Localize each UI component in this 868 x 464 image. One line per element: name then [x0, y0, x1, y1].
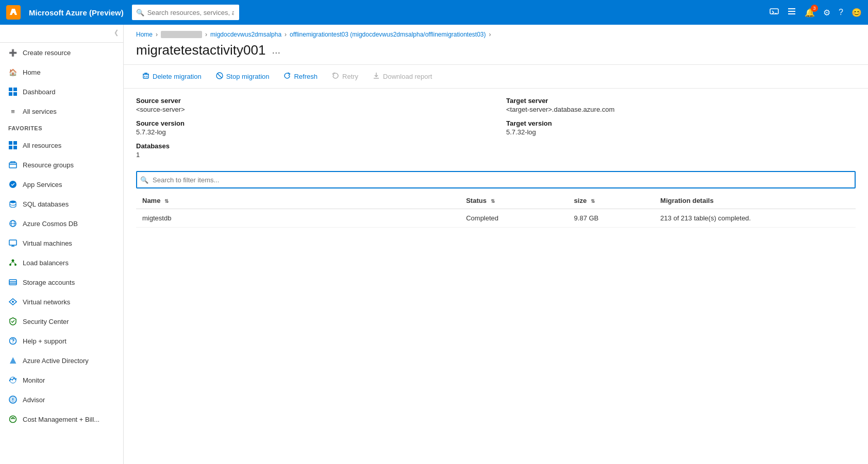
sidebar-label-azure-ad: Azure Active Directory — [23, 357, 89, 365]
help-icon[interactable]: ? — [839, 8, 843, 17]
sidebar-item-virtual-machines[interactable]: Virtual machines — [0, 233, 123, 253]
refresh-button[interactable]: Refresh — [277, 69, 324, 84]
sql-databases-icon — [8, 199, 18, 209]
breadcrumb-sep-2: › — [205, 31, 207, 38]
svg-rect-7 — [9, 92, 12, 96]
storage-accounts-icon — [8, 278, 18, 287]
stop-migration-button[interactable]: Stop migration — [210, 69, 276, 84]
svg-point-15 — [10, 201, 16, 203]
col-header-name[interactable]: Name ⇅ — [136, 193, 460, 209]
page-more-button[interactable]: ... — [272, 44, 280, 56]
databases-block: Databases 1 — [136, 142, 486, 159]
sidebar-item-monitor[interactable]: Monitor — [0, 370, 123, 390]
sort-icon-name: ⇅ — [164, 198, 169, 204]
cloud-shell-icon[interactable] — [770, 7, 779, 18]
app-title: Microsoft Azure (Preview) — [29, 8, 124, 17]
virtual-networks-icon — [8, 297, 18, 306]
sidebar-label-dashboard: Dashboard — [23, 88, 56, 96]
delete-migration-button[interactable]: Delete migration — [136, 69, 208, 84]
svg-line-44 — [218, 74, 222, 78]
source-version-label: Source version — [136, 119, 486, 127]
portal-menu-icon[interactable] — [787, 7, 796, 18]
sidebar: 《 ➕ Create resource 🏠 Home Dashboard ≡ A… — [0, 25, 124, 464]
breadcrumb-home[interactable]: Home — [136, 31, 153, 38]
sidebar-label-advisor: Advisor — [23, 396, 45, 404]
svg-rect-8 — [13, 92, 17, 96]
stop-icon — [216, 72, 223, 81]
delete-migration-label: Delete migration — [153, 73, 202, 80]
sidebar-item-advisor[interactable]: Advisor — [0, 390, 123, 409]
source-version-block: Source version 5.7.32-log — [136, 119, 486, 136]
retry-icon — [332, 72, 339, 81]
filter-input[interactable] — [136, 171, 856, 188]
breadcrumb-migdoc[interactable]: migdocdevwus2dmsalpha — [210, 31, 281, 38]
sidebar-label-help-support: Help + support — [23, 337, 66, 345]
cosmos-db-icon — [8, 219, 18, 228]
sidebar-label-monitor: Monitor — [23, 376, 45, 384]
topnav-icons: 🔔 3 ⚙ ? 😊 — [770, 7, 862, 18]
sidebar-item-azure-ad[interactable]: Azure Active Directory — [0, 351, 123, 370]
sidebar-item-sql-databases[interactable]: SQL databases — [0, 194, 123, 214]
table-row[interactable]: migtestdb Completed 9.87 GB 213 of 213 t… — [136, 209, 856, 228]
sort-icon-size: ⇅ — [591, 198, 595, 204]
target-version-value: 5.7.32-log — [506, 128, 856, 136]
svg-rect-12 — [13, 146, 17, 149]
user-avatar[interactable]: 😊 — [852, 8, 862, 18]
all-services-icon: ≡ — [8, 107, 18, 116]
settings-icon[interactable]: ⚙ — [823, 8, 830, 18]
sidebar-item-load-balancers[interactable]: Load balancers — [0, 253, 123, 272]
sidebar-item-virtual-networks[interactable]: Virtual networks — [0, 292, 123, 312]
sidebar-label-cost-management: Cost Management + Bill... — [23, 416, 99, 423]
svg-point-30 — [12, 301, 14, 303]
favorites-label: FAVORITES — [0, 121, 123, 135]
sidebar-item-resource-groups[interactable]: Resource groups — [0, 155, 123, 175]
svg-point-33 — [10, 377, 16, 383]
breadcrumb-sep-3: › — [285, 31, 287, 38]
sidebar-item-dashboard[interactable]: Dashboard — [0, 82, 123, 101]
breadcrumb-sep-4: › — [489, 31, 491, 38]
target-server-value: <target-server>.database.azure.com — [506, 106, 856, 113]
sidebar-item-app-services[interactable]: App Services — [0, 175, 123, 194]
sidebar-item-all-resources[interactable]: All resources — [0, 135, 123, 155]
notifications-icon[interactable]: 🔔 3 — [805, 8, 815, 18]
refresh-label: Refresh — [294, 73, 318, 80]
target-version-label: Target version — [506, 119, 856, 127]
sidebar-item-storage-accounts[interactable]: Storage accounts — [0, 272, 123, 292]
sidebar-item-help-support[interactable]: Help + support — [0, 331, 123, 351]
global-search-input[interactable] — [132, 5, 239, 20]
col-header-size[interactable]: size ⇅ — [568, 193, 655, 209]
sidebar-collapse-btn[interactable]: 《 — [111, 29, 118, 38]
svg-rect-3 — [788, 11, 795, 12]
load-balancers-icon — [8, 258, 18, 267]
download-report-button[interactable]: Download report — [366, 69, 438, 84]
filter-wrap: 🔍 — [136, 171, 856, 188]
sidebar-item-all-services[interactable]: ≡ All services — [0, 101, 123, 121]
sidebar-label-resource-groups: Resource groups — [23, 161, 74, 169]
svg-point-36 — [12, 401, 13, 401]
sidebar-item-security-center[interactable]: Security Center — [0, 312, 123, 331]
refresh-icon — [283, 72, 291, 81]
svg-rect-11 — [9, 146, 12, 149]
sidebar-label-storage-accounts: Storage accounts — [23, 279, 75, 286]
sidebar-item-create-resource[interactable]: ➕ Create resource — [0, 43, 123, 62]
notification-badge: 3 — [811, 5, 818, 12]
databases-label: Databases — [136, 142, 486, 150]
content-area: Home › › migdocdevwus2dmsalpha › offline… — [124, 25, 868, 464]
breadcrumb-offlinemig[interactable]: offlinemigrationtest03 (migdocdevwus2dms… — [290, 31, 486, 38]
stop-migration-label: Stop migration — [226, 73, 270, 80]
svg-point-22 — [12, 260, 14, 262]
help-support-icon — [8, 336, 18, 346]
cell-status: Completed — [460, 209, 567, 228]
retry-button[interactable]: Retry — [326, 69, 364, 84]
breadcrumb-sep-1: › — [156, 31, 158, 38]
sidebar-item-cosmos-db[interactable]: Azure Cosmos DB — [0, 214, 123, 233]
table-wrap: Name ⇅ Status ⇅ size ⇅ Migration detai — [124, 193, 868, 228]
col-header-status[interactable]: Status ⇅ — [460, 193, 567, 209]
sidebar-item-cost-management[interactable]: Cost Management + Bill... — [0, 409, 123, 429]
cost-management-icon — [8, 415, 18, 424]
page-title-row: migratetestactivity001 ... — [124, 38, 868, 64]
svg-rect-2 — [788, 8, 795, 9]
svg-rect-39 — [143, 74, 148, 78]
svg-point-23 — [9, 264, 11, 266]
sidebar-item-home[interactable]: 🏠 Home — [0, 62, 123, 82]
